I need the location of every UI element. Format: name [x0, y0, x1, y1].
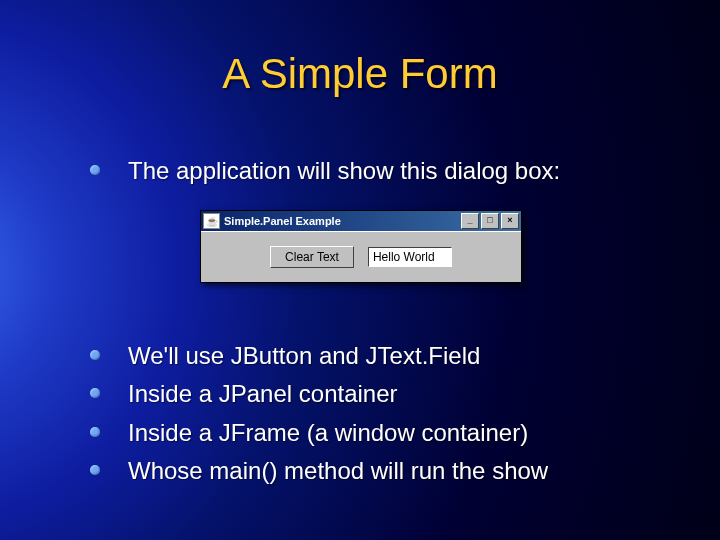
list-item: We'll use JButton and JText.Field — [90, 340, 660, 372]
window-title: Simple.Panel Example — [224, 215, 461, 227]
window-controls: _ □ × — [461, 213, 519, 229]
clear-text-button[interactable]: Clear Text — [270, 246, 354, 268]
bullet-list-bottom: We'll use JButton and JText.Field Inside… — [90, 340, 660, 494]
close-button[interactable]: × — [501, 213, 519, 229]
title-bar: ☕ Simple.Panel Example _ □ × — [201, 211, 521, 231]
text-field[interactable]: Hello World — [368, 247, 452, 267]
java-cup-icon: ☕ — [203, 213, 220, 229]
bullet-text: Inside a JPanel container — [128, 378, 398, 410]
bullet-dot-icon — [90, 388, 100, 398]
bullet-list-top: The application will show this dialog bo… — [90, 155, 660, 193]
bullet-text: Inside a JFrame (a window container) — [128, 417, 528, 449]
list-item: Inside a JPanel container — [90, 378, 660, 410]
maximize-button[interactable]: □ — [481, 213, 499, 229]
bullet-dot-icon — [90, 350, 100, 360]
bullet-text: The application will show this dialog bo… — [128, 155, 560, 187]
slide-title: A Simple Form — [0, 50, 720, 98]
bullet-dot-icon — [90, 165, 100, 175]
bullet-dot-icon — [90, 465, 100, 475]
list-item: The application will show this dialog bo… — [90, 155, 660, 187]
dialog-screenshot: ☕ Simple.Panel Example _ □ × Clear Text … — [200, 210, 522, 283]
list-item: Whose main() method will run the show — [90, 455, 660, 487]
panel: Clear Text Hello World — [201, 231, 521, 282]
window-frame: ☕ Simple.Panel Example _ □ × Clear Text … — [200, 210, 522, 283]
list-item: Inside a JFrame (a window container) — [90, 417, 660, 449]
slide: A Simple Form The application will show … — [0, 0, 720, 540]
bullet-text: Whose main() method will run the show — [128, 455, 548, 487]
minimize-button[interactable]: _ — [461, 213, 479, 229]
bullet-dot-icon — [90, 427, 100, 437]
bullet-text: We'll use JButton and JText.Field — [128, 340, 480, 372]
